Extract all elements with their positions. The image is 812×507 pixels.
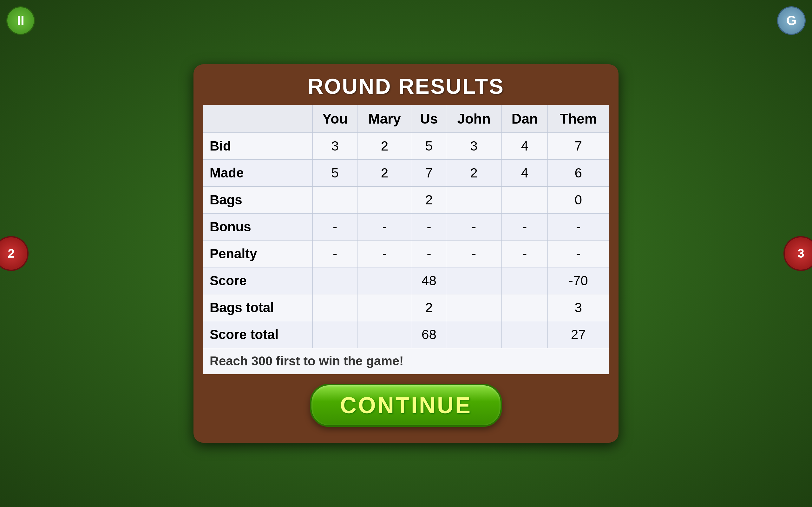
col-header-john: John [446, 105, 502, 133]
table-row: Penalty------ [203, 240, 609, 268]
row-cell: 6 [548, 160, 609, 187]
table-row: Bags20 [203, 187, 609, 214]
row-cell: 48 [412, 268, 446, 294]
row-cell: - [502, 240, 548, 268]
row-cell: - [446, 240, 502, 268]
row-cell [502, 294, 548, 321]
table-row: Bid325347 [203, 133, 609, 160]
row-label: Bags [203, 187, 313, 214]
results-table-wrapper: You Mary Us John Dan Them Bid325347Made5… [203, 105, 609, 374]
win-message-row: Reach 300 first to win the game! [203, 348, 609, 374]
row-cell: 7 [412, 160, 446, 187]
row-cell: - [446, 214, 502, 240]
row-cell: 2 [357, 160, 412, 187]
row-cell: - [548, 240, 609, 268]
continue-button[interactable]: CONTINUE [310, 384, 502, 427]
col-header-dan: Dan [502, 105, 548, 133]
gear-icon: G [786, 13, 797, 28]
table-header-row: You Mary Us John Dan Them [203, 105, 609, 133]
row-label: Score total [203, 321, 313, 348]
row-cell: - [412, 240, 446, 268]
table-row: Score48-70 [203, 268, 609, 294]
continue-button-wrap: CONTINUE [203, 384, 609, 427]
row-cell: - [313, 240, 357, 268]
row-cell: 2 [412, 187, 446, 214]
pause-button[interactable]: II [6, 6, 35, 35]
row-cell: - [548, 214, 609, 240]
row-label: Penalty [203, 240, 313, 268]
row-cell: - [357, 240, 412, 268]
row-cell: 3 [548, 294, 609, 321]
col-header-label [203, 105, 313, 133]
row-cell [446, 321, 502, 348]
row-cell [502, 321, 548, 348]
row-cell: - [502, 214, 548, 240]
row-cell: 0 [548, 187, 609, 214]
row-cell [502, 187, 548, 214]
round-results-modal: ROUND RESULTS You Mary Us John Dan Them … [194, 64, 618, 443]
row-cell: 3 [446, 133, 502, 160]
row-cell: 3 [313, 133, 357, 160]
row-cell: 2 [357, 133, 412, 160]
row-cell: 2 [412, 294, 446, 321]
row-cell: 4 [502, 133, 548, 160]
results-table: You Mary Us John Dan Them Bid325347Made5… [203, 105, 609, 374]
row-cell [357, 294, 412, 321]
table-row: Made527246 [203, 160, 609, 187]
row-label: Made [203, 160, 313, 187]
row-cell: - [357, 214, 412, 240]
table-row: Bags total23 [203, 294, 609, 321]
row-cell [357, 321, 412, 348]
row-cell: 4 [502, 160, 548, 187]
col-header-mary: Mary [357, 105, 412, 133]
row-cell: -70 [548, 268, 609, 294]
row-cell: 5 [313, 160, 357, 187]
row-cell [313, 187, 357, 214]
row-cell: 2 [446, 160, 502, 187]
row-cell [313, 321, 357, 348]
table-row: Bonus------ [203, 214, 609, 240]
row-cell [446, 294, 502, 321]
row-cell [313, 268, 357, 294]
modal-title: ROUND RESULTS [203, 74, 609, 99]
col-header-them: Them [548, 105, 609, 133]
col-header-us: Us [412, 105, 446, 133]
pause-icon: II [17, 13, 24, 28]
row-cell: - [313, 214, 357, 240]
row-label: Score [203, 268, 313, 294]
row-cell [446, 268, 502, 294]
row-cell: 68 [412, 321, 446, 348]
row-cell: - [412, 214, 446, 240]
row-cell: 5 [412, 133, 446, 160]
row-cell [446, 187, 502, 214]
row-cell [313, 294, 357, 321]
col-header-you: You [313, 105, 357, 133]
row-label: Bid [203, 133, 313, 160]
row-cell: 7 [548, 133, 609, 160]
row-label: Bags total [203, 294, 313, 321]
row-cell [357, 268, 412, 294]
row-label: Bonus [203, 214, 313, 240]
win-message: Reach 300 first to win the game! [203, 348, 609, 374]
row-cell: 27 [548, 321, 609, 348]
row-cell [502, 268, 548, 294]
gear-button[interactable]: G [777, 6, 806, 35]
row-cell [357, 187, 412, 214]
table-row: Score total6827 [203, 321, 609, 348]
